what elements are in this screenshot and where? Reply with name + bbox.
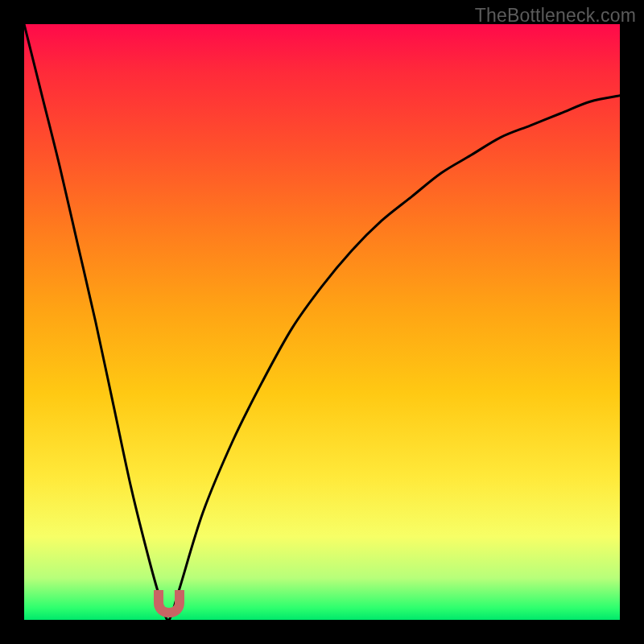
minimum-marker — [154, 590, 184, 617]
chart-frame: TheBottleneck.com — [0, 0, 644, 644]
plot-area — [24, 24, 620, 620]
watermark-text: TheBottleneck.com — [475, 5, 636, 27]
bottleneck-curve-path — [24, 24, 620, 620]
curve-svg — [24, 24, 620, 620]
